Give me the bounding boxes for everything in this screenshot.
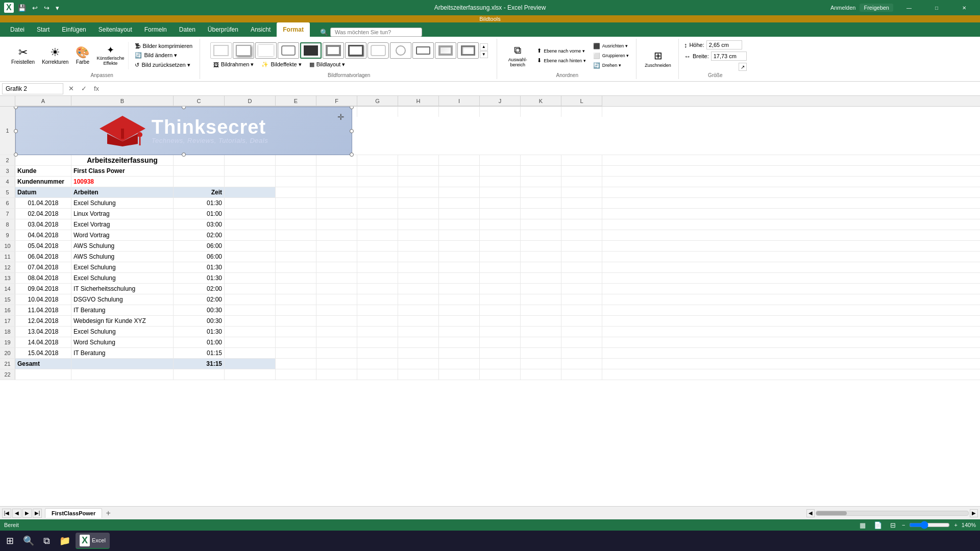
handle-br[interactable] [350,153,354,157]
cell-d19[interactable] [225,337,276,347]
close-button[interactable]: ✕ [952,0,976,15]
cell-a9[interactable]: 04.04.2018 [15,230,71,240]
cell-g18[interactable] [357,327,398,337]
minus-zoom-btn[interactable]: − [902,522,905,528]
handle-tm[interactable] [182,107,186,109]
cell-c22[interactable] [174,369,225,380]
cell-l11[interactable] [561,252,602,262]
cell-c11[interactable]: 06:00 [174,252,225,262]
cell-b11[interactable]: AWS Schulung [71,252,174,262]
cell-f3[interactable] [316,166,357,176]
cell-c15[interactable]: 02:00 [174,294,225,305]
cell-d17[interactable] [225,316,276,326]
cell-e11[interactable] [276,252,316,262]
fmt-thumb-plain[interactable] [210,42,232,59]
cell-i17[interactable] [439,316,480,326]
cell-j21[interactable] [480,359,521,369]
col-header-d[interactable]: D [225,96,276,106]
explorer-button[interactable]: 📁 [55,533,75,549]
cell-l18[interactable] [561,327,602,337]
cell-i18[interactable] [439,327,480,337]
cell-j18[interactable] [480,327,521,337]
cell-a12[interactable]: 07.04.2018 [15,262,71,272]
logo-image[interactable]: ✛ Thinksecret Technews, Reviews, Tutoria… [15,107,352,155]
cell-h5[interactable] [398,187,439,197]
col-header-f[interactable]: F [316,96,357,106]
cell-g10[interactable] [357,241,398,251]
handle-bl[interactable] [14,153,18,157]
cell-j11[interactable] [480,252,521,262]
cell-k22[interactable] [521,369,561,380]
cell-b15[interactable]: DSGVO Schulung [71,294,174,305]
cell-b2[interactable]: Arbeitszeiterfassung [71,155,174,165]
h-scrollbar-thumb[interactable] [816,511,847,515]
cell-f14[interactable] [316,284,357,294]
cell-l13[interactable] [561,273,602,283]
cell-f19[interactable] [316,337,357,347]
save-icon[interactable]: 💾 [16,3,28,13]
row-num-14[interactable]: 14 [0,284,15,294]
cell-a20[interactable]: 15.04.2018 [15,348,71,358]
row-num-22[interactable]: 22 [0,369,15,380]
cell-i22[interactable] [439,369,480,380]
fmt-thumb-5-active[interactable] [300,42,322,59]
cell-g22[interactable] [357,369,398,380]
cell-l8[interactable] [561,219,602,230]
cell-c14[interactable]: 02:00 [174,284,225,294]
cell-b16[interactable]: IT Beratung [71,305,174,315]
cell-c19[interactable]: 01:00 [174,337,225,347]
cell-l2[interactable] [561,155,602,165]
cell-f8[interactable] [316,219,357,230]
cell-c10[interactable]: 06:00 [174,241,225,251]
cell-l3[interactable] [561,166,602,176]
cell-l19[interactable] [561,337,602,347]
cell-g4[interactable] [357,177,398,187]
cell-f9[interactable] [316,230,357,240]
freistellen-button[interactable]: ✂ Freistellen [8,45,38,67]
cell-h19[interactable] [398,337,439,347]
cell-f5[interactable] [316,187,357,197]
cell-h10[interactable] [398,241,439,251]
cell-g8[interactable] [357,219,398,230]
cell-c21[interactable]: 31:15 [174,359,225,369]
cell-d12[interactable] [225,262,276,272]
cell-h21[interactable] [398,359,439,369]
cell-d10[interactable] [225,241,276,251]
cell-e19[interactable] [276,337,316,347]
cell-g2[interactable] [357,155,398,165]
cell-c12[interactable]: 01:30 [174,262,225,272]
cell-h8[interactable] [398,219,439,230]
cell-h9[interactable] [398,230,439,240]
fmt-thumb-8[interactable] [368,42,389,59]
cell-g19[interactable] [357,337,398,347]
cell-j2[interactable] [480,155,521,165]
cell-c2[interactable] [174,155,225,165]
bilder-komprimieren-button[interactable]: 🗜 Bilder komprimieren [132,42,195,50]
cell-j7[interactable] [480,209,521,219]
cell-k14[interactable] [521,284,561,294]
row-num-11[interactable]: 11 [0,252,15,262]
cell-k7[interactable] [521,209,561,219]
cell-d2[interactable] [225,155,276,165]
cell-d20[interactable] [225,348,276,358]
cell-i1[interactable] [439,107,480,117]
cell-d6[interactable] [225,198,276,208]
handle-bm[interactable] [182,153,186,157]
undo-icon[interactable]: ↩ [30,3,40,13]
h-scroll-left-btn[interactable]: ◀ [806,509,815,517]
tab-seitenlayout[interactable]: Seitenlayout [92,22,138,37]
sheet-scroll-prev[interactable]: ◀ [12,509,21,518]
cell-d18[interactable] [225,327,276,337]
col-header-a[interactable]: A [15,96,71,106]
cell-h20[interactable] [398,348,439,358]
cell-a2[interactable] [15,155,71,165]
cell-i6[interactable] [439,198,480,208]
size-expand-button[interactable]: ↗ [739,63,747,71]
cell-f11[interactable] [316,252,357,262]
sheet-scroll-first[interactable]: |◀ [2,509,11,518]
col-header-k[interactable]: K [521,96,561,106]
cell-a4[interactable]: Kundennummer [15,177,71,187]
bild-zuruecksetzen-button[interactable]: ↺ Bild zurücksetzen ▾ [132,61,195,69]
cell-k2[interactable] [521,155,561,165]
cell-d4[interactable] [225,177,276,187]
